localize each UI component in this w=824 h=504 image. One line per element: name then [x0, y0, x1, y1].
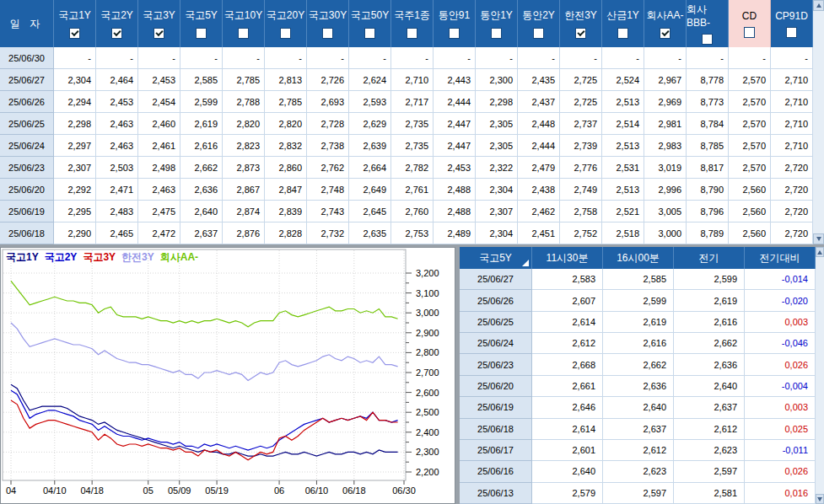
table-cell[interactable]: 2,820: [223, 113, 265, 135]
table-cell[interactable]: 2,785: [265, 91, 307, 113]
table-cell[interactable]: 2,322: [476, 157, 518, 179]
row-date[interactable]: 25/06/18: [460, 419, 532, 440]
table-cell[interactable]: 2,444: [434, 91, 476, 113]
table-cell[interactable]: 2,758: [560, 201, 602, 223]
table-cell[interactable]: -: [138, 47, 180, 69]
table-cell[interactable]: 2,639: [349, 135, 391, 157]
table-cell[interactable]: 2,294: [54, 91, 96, 113]
table-cell[interactable]: 2,463: [96, 135, 138, 157]
table-cell[interactable]: 2,599: [180, 91, 223, 113]
row-date[interactable]: 25/06/25: [460, 312, 532, 333]
table-cell[interactable]: 2,454: [138, 91, 180, 113]
row-date[interactable]: 25/06/26: [0, 91, 54, 113]
column-header-산금1Y[interactable]: 산금1Y: [602, 0, 644, 47]
table-cell[interactable]: 2,307: [476, 201, 518, 223]
table-cell[interactable]: 2,616: [180, 135, 223, 157]
row-date[interactable]: 25/06/17: [460, 440, 532, 461]
column-header-국고30Y[interactable]: 국고30Y: [307, 0, 349, 47]
table-cell[interactable]: 2,725: [560, 69, 602, 91]
table-cell[interactable]: 2,498: [138, 157, 180, 179]
change-cell[interactable]: -0,046: [745, 333, 816, 354]
table-cell[interactable]: 8,817: [687, 157, 729, 179]
table-cell[interactable]: 2,717: [391, 91, 434, 113]
table-cell[interactable]: 2,518: [602, 223, 644, 244]
table-cell[interactable]: 2,874: [223, 201, 265, 223]
table-cell[interactable]: 2,295: [54, 201, 96, 223]
table-cell[interactable]: 2,636: [180, 179, 223, 201]
table-cell[interactable]: 2,710: [771, 69, 813, 91]
change-cell[interactable]: 0,016: [745, 483, 816, 504]
table-cell[interactable]: 2,776: [560, 157, 602, 179]
row-date[interactable]: 25/06/27: [0, 69, 54, 91]
row-date[interactable]: 25/06/23: [460, 354, 532, 375]
table-cell[interactable]: 2,514: [602, 113, 644, 135]
table-cell[interactable]: 2,304: [54, 69, 96, 91]
table-cell[interactable]: 2,662: [180, 157, 223, 179]
table-cell[interactable]: 2,447: [434, 113, 476, 135]
table-cell[interactable]: 2,488: [434, 201, 476, 223]
row-date[interactable]: 25/06/27: [460, 269, 532, 290]
table-cell[interactable]: 2,637: [603, 419, 674, 440]
table-cell[interactable]: 2,664: [349, 157, 391, 179]
right-header-국고5Y[interactable]: 국고5Y: [460, 247, 532, 269]
table-cell[interactable]: 2,728: [307, 113, 349, 135]
table-cell[interactable]: 2,749: [560, 179, 602, 201]
table-cell[interactable]: -: [729, 47, 771, 69]
table-cell[interactable]: 2,640: [603, 397, 674, 418]
table-cell[interactable]: 2,967: [644, 69, 687, 91]
table-cell[interactable]: 2,464: [96, 69, 138, 91]
table-cell[interactable]: 2,828: [265, 223, 307, 244]
table-cell[interactable]: 2,570: [729, 69, 771, 91]
table-cell[interactable]: 2,720: [771, 223, 813, 244]
table-cell[interactable]: 2,513: [602, 135, 644, 157]
column-header-회사BBB-[interactable]: 회사BBB-: [687, 0, 729, 47]
table-cell[interactable]: 2,560: [729, 201, 771, 223]
table-cell[interactable]: 2,560: [729, 179, 771, 201]
table-cell[interactable]: 2,725: [560, 91, 602, 113]
table-cell[interactable]: 2,583: [532, 269, 603, 290]
table-cell[interactable]: 2,297: [54, 135, 96, 157]
column-checkbox-통안2Y[interactable]: [533, 28, 544, 39]
table-cell[interactable]: 2,298: [54, 113, 96, 135]
table-cell[interactable]: 2,444: [518, 135, 560, 157]
table-cell[interactable]: 2,599: [603, 290, 674, 311]
table-cell[interactable]: 2,867: [223, 179, 265, 201]
table-cell[interactable]: 2,860: [265, 157, 307, 179]
table-cell[interactable]: 2,753: [391, 223, 434, 244]
row-date[interactable]: 25/06/24: [460, 333, 532, 354]
table-cell[interactable]: -: [180, 47, 223, 69]
table-cell[interactable]: 2,732: [307, 223, 349, 244]
column-header-회사AA-[interactable]: 회사AA-: [644, 0, 687, 47]
table-cell[interactable]: 2,581: [674, 483, 745, 504]
table-cell[interactable]: 2,298: [476, 91, 518, 113]
table-cell[interactable]: 8,785: [687, 135, 729, 157]
table-cell[interactable]: 2,637: [674, 397, 745, 418]
table-cell[interactable]: 2,629: [349, 113, 391, 135]
table-cell[interactable]: 2,788: [223, 91, 265, 113]
table-cell[interactable]: 8,790: [687, 179, 729, 201]
table-cell[interactable]: 2,471: [96, 179, 138, 201]
column-checkbox-국고3Y[interactable]: [153, 28, 164, 39]
table-cell[interactable]: 2,435: [518, 69, 560, 91]
table-cell[interactable]: 2,524: [602, 69, 644, 91]
table-cell[interactable]: -: [307, 47, 349, 69]
table-cell[interactable]: -: [644, 47, 687, 69]
table-cell[interactable]: 3,019: [644, 157, 687, 179]
table-cell[interactable]: -: [476, 47, 518, 69]
date-column-header[interactable]: 일 자: [0, 0, 54, 47]
table-cell[interactable]: 2,710: [391, 69, 434, 91]
table-cell[interactable]: 2,607: [532, 290, 603, 311]
table-cell[interactable]: 2,479: [518, 157, 560, 179]
row-date[interactable]: 25/06/19: [0, 201, 54, 223]
change-cell[interactable]: -0,014: [745, 269, 816, 290]
table-cell[interactable]: -: [434, 47, 476, 69]
right-header-전기대비[interactable]: 전기대비: [745, 247, 816, 269]
table-cell[interactable]: 2,820: [265, 113, 307, 135]
change-cell[interactable]: -0,004: [745, 376, 816, 397]
table-cell[interactable]: 2,488: [434, 179, 476, 201]
table-cell[interactable]: -: [687, 47, 729, 69]
table-cell[interactable]: 2,662: [674, 333, 745, 354]
table-cell[interactable]: -: [223, 47, 265, 69]
table-cell[interactable]: 2,463: [138, 179, 180, 201]
change-cell[interactable]: 0,025: [745, 419, 816, 440]
